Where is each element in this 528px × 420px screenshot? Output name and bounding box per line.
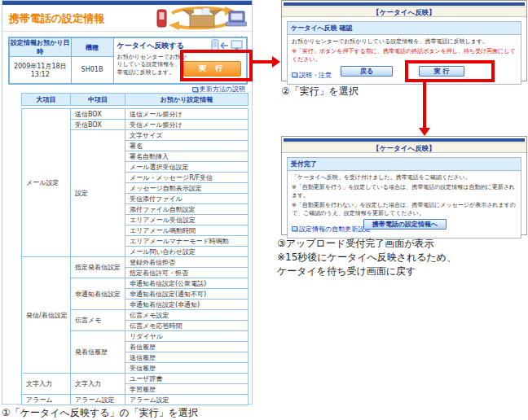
middle-category-cell: 指定発着信設定 (71, 257, 125, 278)
caption-step3: ③アップロード受付完了画面が表示 ※15秒後にケータイへ反映されるため、 ケータ… (277, 237, 456, 278)
setting-item-cell: リダイヤル (125, 331, 249, 342)
auto-update-label: 設定情報の自動更新設定 (299, 225, 371, 233)
setting-item-cell: 署名 (125, 141, 249, 151)
setting-item-cell: エリアメール受信設定 (125, 215, 249, 225)
setting-item-cell: 送信メール振分け (125, 109, 249, 120)
info-model-value: SH01B (71, 57, 113, 84)
execute-button[interactable]: 実 行 (183, 61, 241, 77)
arrow-to-confirm-head (272, 56, 280, 68)
middle-category-cell: 設定 (71, 130, 125, 257)
page-title: 携帯電話の設定情報 (9, 11, 104, 26)
confirm-execute-button[interactable]: 実 行 (419, 66, 464, 77)
complete-section-title: 受付完了 (288, 158, 521, 171)
confirm-help-label: 説明・注意 (299, 72, 332, 79)
setting-item-cell: アラーム設定 (125, 395, 249, 405)
setting-item-cell: 送信履歴 (125, 352, 249, 363)
table-row: 発信/着信設定指定発着信設定登録外着信拒否 (22, 257, 249, 268)
setting-item-cell: 登録外着信拒否 (125, 257, 249, 268)
update-method-icon (192, 87, 198, 92)
setting-item-cell: 指定着信許可・拒否 (125, 268, 249, 278)
reflect-title: ケータイへ反映する (117, 41, 184, 51)
confirm-box: ケータイへ反映 確認 お預かりセンターでお預かりしている設定情報を、携帯電話に反… (287, 21, 521, 85)
middle-category-cell: 送信BOX (71, 109, 125, 120)
arrow-to-complete (423, 81, 426, 128)
confirm-help-link[interactable]: 説明・注意 (292, 72, 332, 79)
arrow-to-complete-head (419, 128, 430, 136)
col-header-middle: 中項目 (71, 94, 125, 106)
complete-screen: 【ケータイへ反映】 受付完了 「ケータイへ反映」を受け付けました。携帯電話をご確… (281, 136, 527, 235)
table-row: アラームアラーム設定アラーム設定 (22, 395, 249, 405)
major-category-cell: 文字入力 (22, 374, 71, 395)
setting-item-cell: 非通知着信設定(通知不可) (125, 289, 249, 300)
caption-step3-line2: ※15秒後にケータイへ反映されるため、 (277, 251, 456, 265)
table-row: 文字入力文字入力ユーザ辞書 (22, 374, 249, 384)
complete-line2: ※「自動更新を行う」を設定している場合は、携帯電話の設定情報は自動的に更新されま… (292, 183, 517, 200)
info-date-header: 設定情報お預かり日時 (9, 37, 71, 57)
confirm-screen: 【ケータイへ反映】 ケータイへ反映 確認 お預かりセンターでお預かりしている設定… (281, 0, 527, 81)
setting-item-cell: エリアメールマナーモード時鳴動 (125, 236, 249, 247)
settings-table: 大項目 中項目 お預かり設定情報 メール設定送信BOX送信メール振分け受信BOX… (21, 93, 248, 405)
settings-table-main: メール設定送信BOX送信メール振分け受信BOX受信メール振分け設定文字サイズ署名… (21, 108, 249, 405)
middle-category-cell: 発着信履歴 (71, 331, 125, 374)
reflect-cell: ケータイへ反映する お預かりセンターでお預かりしている設定情報を、携帯電話に反映… (113, 37, 247, 84)
info-table: 設定情報お預かり日時 機種 ケータイへ反映する お預かりセンターでお預かりしてい… (8, 37, 248, 85)
caption-step1: ①「ケータイへ反映する」の「実行」を選択 (2, 406, 198, 420)
screenshot-root: 携帯電話の設定情報 説明・注意 (0, 0, 528, 420)
major-category-cell: アラーム (22, 395, 71, 405)
setting-item-cell: エリアメール鳴動時間 (125, 225, 249, 236)
complete-line3: ※「自動更新を行わない」を設定した場合は、携帯電話にメッセージが表示されますので… (292, 201, 517, 218)
complete-line1: 「ケータイへ反映」を受け付けました。携帯電話をご確認ください。 (292, 173, 517, 182)
setting-item-cell: 受信履歴 (125, 363, 249, 374)
caption-step3-line3: ケータイを待ち受け画面に戻す (277, 265, 456, 278)
setting-item-cell: 文字サイズ (125, 130, 249, 141)
settings-table-header: 大項目 中項目 お預かり設定情報 (21, 93, 249, 106)
setting-item-cell: メール問い合わせ設定 (125, 247, 249, 257)
major-category-cell: 発信/着信設定 (22, 257, 71, 374)
auto-update-link[interactable]: 設定情報の自動更新設定 (292, 225, 371, 233)
popup-window-title: 【ケータイへ反映】 (282, 142, 526, 153)
setting-item-cell: 着信履歴 (125, 342, 249, 352)
arrow-to-confirm (252, 60, 272, 63)
auto-update-icon (292, 226, 297, 231)
middle-category-cell: 文字入力 (71, 374, 125, 395)
confirm-section-title: ケータイへ反映 確認 (288, 22, 521, 35)
middle-category-cell: 受信BOX (71, 120, 125, 130)
caption-step2: ②「実行」を選択 (281, 85, 359, 98)
setting-item-cell: ユーザ辞書 (125, 374, 249, 384)
table-row: メール設定送信BOX送信メール振分け (22, 109, 249, 120)
setting-item-cell: 学習履歴 (125, 384, 249, 395)
phone-from-pc-icon (211, 39, 244, 53)
page-header: 携帯電話の設定情報 (2, 5, 252, 26)
popup-top-bar (284, 138, 525, 142)
caption-step3-line1: ③アップロード受付完了画面が表示 (277, 237, 456, 251)
setting-item-cell: メール選択受信設定 (125, 162, 249, 173)
settings-info-page: 携帯電話の設定情報 説明・注意 (2, 0, 253, 405)
to-settings-button[interactable]: 携帯電話の設定情報へ (363, 219, 447, 230)
setting-item-cell: 署名自動挿入 (125, 151, 249, 162)
popup-window-title: 【ケータイへ反映】 (282, 7, 526, 17)
col-header-items: お預かり設定情報 (125, 94, 249, 106)
setting-item-cell: 伝言メモ設定 (125, 310, 249, 321)
confirm-warning: ※「実行」ボタンを押下する前に、携帯電話の終話ボタンを押し、待ち受け画面にしてく… (292, 47, 517, 64)
middle-category-cell: 伝言メモ (71, 310, 125, 331)
info-date-value: 2009年11月18日 13:12 (9, 57, 71, 84)
middle-category-cell: 非通知着信設定 (71, 278, 125, 310)
setting-item-cell: 非通知着信設定(非通知) (125, 300, 249, 310)
popup-top-bar (284, 2, 525, 6)
setting-item-cell: メッセージ自動表示設定 (125, 183, 249, 194)
setting-item-cell: 受信メール振分け (125, 120, 249, 130)
setting-item-cell: 非通知着信設定(公衆電話) (125, 278, 249, 289)
info-model-header: 機種 (71, 37, 113, 57)
back-button[interactable]: 戻る (341, 66, 393, 77)
setting-item-cell: 添付ファイル自動設定 (125, 204, 249, 215)
update-method-label: 更新方法の説明 (200, 85, 245, 93)
settings-table-body: メール設定送信BOX送信メール振分け受信BOX受信メール振分け設定文字サイズ署名… (22, 109, 249, 405)
update-method-link[interactable]: 更新方法の説明 (192, 85, 245, 93)
confirm-description: お預かりセンターでお預かりしている設定情報を、携帯電話に反映します。 (292, 37, 517, 46)
middle-category-cell: アラーム設定 (71, 395, 125, 405)
setting-item-cell: 受信添付ファイル (125, 194, 249, 204)
sync-illustration-icon (156, 6, 247, 30)
setting-item-cell: 伝言メモ応答時間 (125, 321, 249, 331)
col-header-major: 大項目 (22, 94, 71, 106)
setting-item-cell: メール・メッセージR/F受信 (125, 173, 249, 183)
